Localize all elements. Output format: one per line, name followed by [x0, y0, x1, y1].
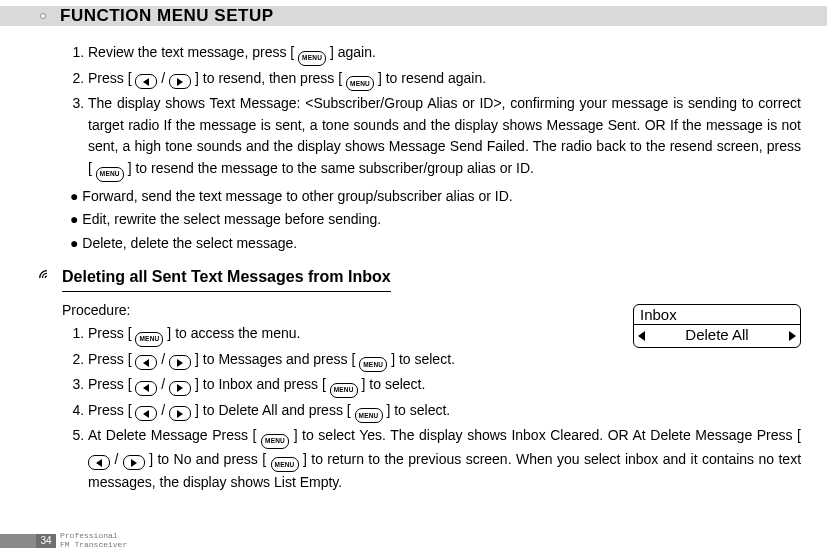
left-key-icon: [88, 455, 110, 470]
right-key-icon: [169, 381, 191, 396]
text: Forward, send the text message to other …: [82, 188, 512, 204]
procedure-steps: Press [ MENU ] to access the menu. Press…: [62, 323, 801, 494]
text: ] again.: [330, 44, 376, 60]
list-item: Press [ / ] to resend, then press [ MENU…: [88, 68, 801, 92]
footer-line: FM Transceiver: [60, 541, 127, 549]
screen-row: Inbox: [634, 305, 800, 326]
menu-key-icon: MENU: [359, 357, 387, 372]
list-item: Delete, delete the select message.: [70, 233, 801, 255]
text: ] to select.: [391, 351, 455, 367]
text: ] to Delete All and press [: [195, 402, 355, 418]
menu-key-icon: MENU: [96, 167, 124, 182]
page-title: FUNCTION MENU SETUP: [60, 6, 274, 26]
menu-key-icon: MENU: [298, 51, 326, 66]
text: /: [161, 351, 169, 367]
text: ] to resend, then press [: [195, 70, 346, 86]
menu-key-icon: MENU: [135, 332, 163, 347]
menu-key-icon: MENU: [261, 434, 289, 449]
list-item: At Delete Message Press [ MENU ] to sele…: [88, 425, 801, 494]
list-item: Review the text message, press [ MENU ] …: [88, 42, 801, 66]
list-item: Forward, send the text message to other …: [70, 186, 801, 208]
text: ] to resend again.: [378, 70, 486, 86]
list-item: Press [ / ] to Messages and press [ MENU…: [88, 349, 801, 373]
right-key-icon: [123, 455, 145, 470]
header-dot-icon: [40, 13, 46, 19]
text: ] to Inbox and press [: [195, 376, 330, 392]
bullet-list: Forward, send the text message to other …: [62, 186, 801, 255]
left-key-icon: [135, 355, 157, 370]
text: /: [114, 451, 122, 467]
right-arrow-icon: [789, 331, 796, 341]
section-header: Deleting all Sent Text Messages from Inb…: [36, 265, 801, 292]
right-key-icon: [169, 406, 191, 421]
signal-waves-icon: [36, 267, 58, 289]
text: Press [: [88, 325, 135, 341]
menu-key-icon: MENU: [346, 76, 374, 91]
list-item: The display shows Text Message: <Subscri…: [88, 93, 801, 182]
footer-text: Professional FM Transceiver: [60, 532, 127, 549]
text: ] to select.: [386, 402, 450, 418]
menu-key-icon: MENU: [271, 457, 299, 472]
text: /: [161, 70, 169, 86]
text: Press [: [88, 402, 135, 418]
page-header: FUNCTION MENU SETUP: [0, 6, 827, 28]
list-item: Press [ / ] to Inbox and press [ MENU ] …: [88, 374, 801, 398]
page-footer: 34 Professional FM Transceiver: [0, 532, 127, 549]
page-content: Review the text message, press [ MENU ] …: [0, 28, 827, 494]
procedure-block: Procedure: Inbox Delete All Press [ MENU…: [62, 300, 801, 495]
radio-screen: Inbox Delete All: [633, 304, 801, 349]
list-item: Edit, rewrite the select message before …: [70, 209, 801, 231]
text: ] to resend the message to the same subs…: [128, 160, 534, 176]
text: ] to select.: [362, 376, 426, 392]
intro-steps: Review the text message, press [ MENU ] …: [62, 42, 801, 182]
text: Edit, rewrite the select message before …: [82, 211, 381, 227]
text: Review the text message, press [: [88, 44, 298, 60]
page-number: 34: [36, 534, 56, 548]
text: Delete, delete the select message.: [82, 235, 297, 251]
screen-row: Delete All: [634, 325, 800, 347]
left-key-icon: [135, 406, 157, 421]
left-key-icon: [135, 74, 157, 89]
right-key-icon: [169, 74, 191, 89]
menu-key-icon: MENU: [355, 408, 383, 423]
text: /: [161, 402, 169, 418]
left-arrow-icon: [638, 331, 645, 341]
screen-option: Delete All: [685, 326, 748, 345]
text: At Delete Message Press [: [88, 427, 261, 443]
text: /: [161, 376, 169, 392]
text: ] to select Yes. The display shows Inbox…: [294, 427, 801, 443]
list-item: Press [ / ] to Delete All and press [ ME…: [88, 400, 801, 424]
menu-key-icon: MENU: [330, 383, 358, 398]
footer-bar-icon: [0, 534, 36, 548]
left-key-icon: [135, 381, 157, 396]
text: ] to Messages and press [: [195, 351, 359, 367]
text: ] to No and press [: [149, 451, 270, 467]
text: Press [: [88, 376, 135, 392]
section-title: Deleting all Sent Text Messages from Inb…: [62, 265, 391, 292]
text: Press [: [88, 351, 135, 367]
text: ] to access the menu.: [167, 325, 300, 341]
right-key-icon: [169, 355, 191, 370]
text: Press [: [88, 70, 135, 86]
